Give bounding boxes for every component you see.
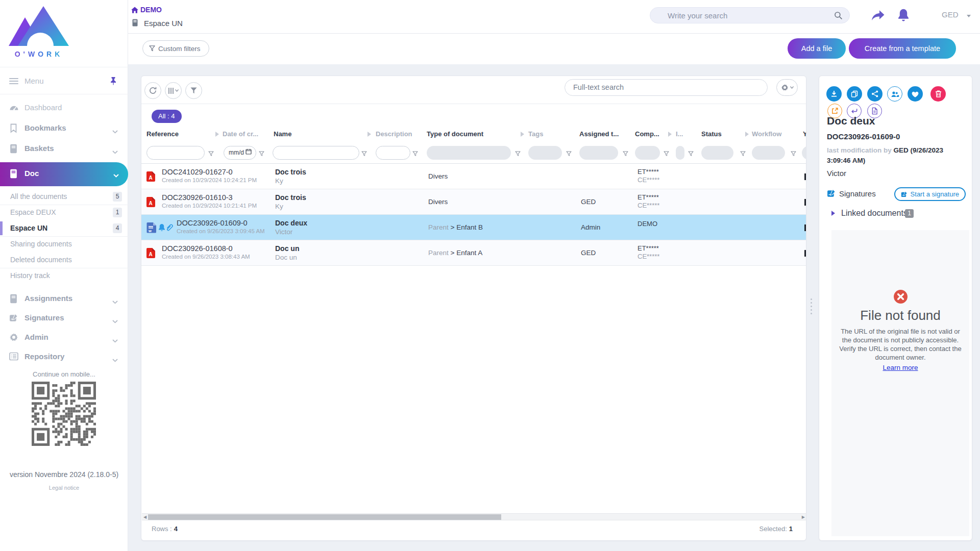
share-forward-icon[interactable] bbox=[871, 9, 885, 23]
share-button[interactable] bbox=[867, 86, 883, 102]
sidebar-item-repository[interactable]: Repository bbox=[0, 347, 128, 367]
table-row[interactable]: ADOC230926-01608-0Created on 9/26/2023 3… bbox=[141, 240, 806, 266]
funnel-filter-icon[interactable] bbox=[208, 149, 214, 159]
funnel-filter-icon[interactable] bbox=[566, 149, 572, 159]
sidebar-subitem[interactable]: All the documents5 bbox=[0, 189, 128, 205]
funnel-filter-icon[interactable] bbox=[515, 149, 521, 159]
sort-caret-icon[interactable] bbox=[521, 132, 524, 137]
sort-caret-icon[interactable] bbox=[215, 132, 219, 137]
search-icon[interactable] bbox=[834, 11, 843, 22]
columns-button[interactable] bbox=[165, 82, 182, 99]
sidebar-item-assignments[interactable]: Assignments bbox=[0, 289, 128, 309]
copy-button[interactable] bbox=[847, 86, 862, 102]
column-filter-input[interactable]: mm/d bbox=[224, 146, 256, 160]
start-signature-button[interactable]: Start a signature bbox=[894, 187, 966, 201]
sidebar-subitem[interactable]: Espace DEUX1 bbox=[0, 205, 128, 220]
column-filter-input[interactable] bbox=[273, 146, 359, 160]
pdf-file-icon: A bbox=[146, 171, 155, 184]
scroll-right-arrow[interactable]: ▶ bbox=[802, 515, 805, 519]
users-button[interactable] bbox=[887, 86, 902, 102]
column-header[interactable]: Comp... bbox=[635, 130, 659, 138]
hamburger-icon[interactable] bbox=[9, 78, 18, 85]
funnel-filter-icon[interactable] bbox=[664, 149, 669, 159]
table-row[interactable]: wDOC230926-01609-0Created on 9/26/2023 3… bbox=[141, 215, 806, 240]
fulltext-search-input[interactable]: Full-text search bbox=[565, 79, 768, 96]
column-header[interactable]: Reference bbox=[146, 130, 179, 138]
custom-filters-button[interactable]: Custom filters bbox=[142, 40, 209, 57]
sidebar-item-dashboard[interactable]: Dashboard bbox=[0, 98, 128, 118]
sidebar-item-label: Baskets bbox=[24, 144, 54, 153]
column-filter-input[interactable] bbox=[146, 146, 205, 160]
funnel-filter-icon[interactable] bbox=[623, 149, 628, 159]
add-file-button[interactable]: Add a file bbox=[788, 38, 846, 59]
notifications-bell-icon[interactable] bbox=[897, 8, 910, 24]
sidebar-item-admin[interactable]: Admin bbox=[0, 328, 128, 348]
column-header[interactable]: Status bbox=[701, 130, 722, 138]
create-from-template-button[interactable]: Create from a template bbox=[849, 38, 956, 59]
column-header[interactable]: Description bbox=[376, 130, 412, 138]
sidebar-subitem[interactable]: History track bbox=[0, 268, 128, 284]
pdf-file-icon: A bbox=[146, 248, 155, 260]
cell-reference: DOC241029-01627-0Created on 10/29/2024 1… bbox=[162, 168, 257, 183]
column-header[interactable]: Workflow bbox=[752, 130, 781, 138]
breadcrumb-home[interactable]: DEMO bbox=[140, 6, 162, 14]
table-settings-button[interactable] bbox=[776, 79, 798, 96]
table-row[interactable]: ADOC241029-01627-0Created on 10/29/2024 … bbox=[141, 164, 806, 189]
column-header[interactable]: Type of document bbox=[427, 130, 483, 138]
chevron-down-icon bbox=[112, 355, 118, 364]
column-header[interactable]: Tags bbox=[528, 130, 543, 138]
pin-sidebar-icon[interactable] bbox=[110, 77, 117, 87]
download-button[interactable] bbox=[826, 86, 842, 102]
app-logo[interactable]: O'WORK bbox=[8, 5, 69, 58]
error-icon bbox=[893, 289, 908, 306]
calendar-icon[interactable] bbox=[246, 146, 252, 159]
cell-type: Parent > Enfant B bbox=[428, 223, 483, 231]
learn-more-link[interactable]: Learn more bbox=[831, 364, 969, 371]
column-header[interactable]: I... bbox=[676, 130, 683, 138]
sidebar-menu-header[interactable]: Menu bbox=[0, 71, 128, 92]
sort-caret-icon[interactable] bbox=[745, 132, 749, 137]
panel-resize-handle[interactable] bbox=[810, 298, 813, 319]
home-icon[interactable] bbox=[131, 6, 138, 15]
sidebar-subitem[interactable]: Deleted documents bbox=[0, 252, 128, 268]
user-menu[interactable]: GED bbox=[942, 10, 959, 19]
delete-button[interactable] bbox=[930, 86, 946, 102]
column-header[interactable]: Y... bbox=[803, 130, 806, 138]
sidebar-item-signatures[interactable]: Signatures bbox=[0, 308, 128, 329]
refresh-button[interactable] bbox=[144, 82, 161, 99]
column-header[interactable]: Date of cr... bbox=[223, 130, 258, 138]
funnel-filter-icon[interactable] bbox=[259, 149, 264, 159]
filter-button[interactable] bbox=[185, 82, 202, 99]
funnel-filter-icon[interactable] bbox=[361, 149, 367, 159]
sidebar-subitem[interactable]: Sharing documents bbox=[0, 236, 128, 252]
sidebar-item-baskets[interactable]: Baskets bbox=[0, 139, 128, 159]
sort-caret-icon[interactable] bbox=[368, 132, 371, 137]
column-header[interactable]: Assigned t... bbox=[579, 130, 619, 138]
qr-code bbox=[32, 382, 96, 446]
horizontal-scrollbar[interactable]: ◀ ▶ bbox=[142, 513, 806, 520]
sort-caret-icon[interactable] bbox=[668, 132, 672, 137]
funnel-filter-icon[interactable] bbox=[688, 149, 694, 159]
tab-all-documents[interactable]: All : 4 bbox=[152, 110, 182, 123]
table-row[interactable]: ADOC230926-01610-3Created on 10/29/2024 … bbox=[141, 189, 806, 215]
breadcrumb-space[interactable]: Espace UN bbox=[144, 19, 183, 28]
column-header[interactable]: Name bbox=[274, 130, 291, 138]
sidebar-subitem[interactable]: Espace UN4 bbox=[0, 220, 128, 236]
chevron-down-icon bbox=[112, 127, 118, 136]
legal-notice-link[interactable]: Legal notice bbox=[0, 485, 128, 491]
scrollbar-thumb[interactable] bbox=[148, 514, 501, 520]
sidebar-item-bookmarks[interactable]: Bookmarks bbox=[0, 118, 128, 139]
sidebar-subitem-label: All the documents bbox=[10, 192, 67, 201]
cell-assigned: Admin bbox=[581, 223, 600, 231]
scroll-left-arrow[interactable]: ◀ bbox=[143, 515, 146, 519]
chevron-down-icon[interactable] bbox=[967, 15, 971, 17]
sidebar-item-doc-active[interactable]: Doc bbox=[0, 162, 128, 186]
column-filter-input[interactable] bbox=[376, 146, 410, 160]
favorite-button[interactable] bbox=[908, 86, 923, 102]
funnel-filter-icon[interactable] bbox=[740, 149, 746, 159]
funnel-filter-icon[interactable] bbox=[791, 149, 796, 159]
column-filter-input bbox=[635, 146, 660, 160]
global-search-input[interactable]: Write your search bbox=[650, 7, 850, 23]
cell-name: Doc unDoc un bbox=[275, 244, 299, 261]
funnel-filter-icon[interactable] bbox=[412, 149, 418, 159]
